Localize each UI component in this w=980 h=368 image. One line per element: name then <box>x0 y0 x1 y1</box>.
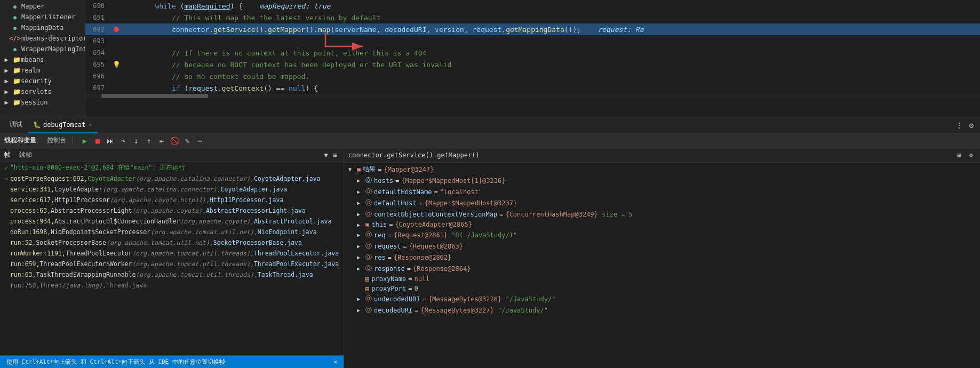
frame-class-italic: (org.apache.tomcat.util.threads), <box>132 250 253 257</box>
settings-vars-button[interactable]: ⚙ <box>966 150 976 160</box>
active-thread-item[interactable]: ✓ "http-nio-8080-exec-2"@2,684 在组"main":… <box>0 162 344 173</box>
frame-tabs: 帧 续帧 <box>4 150 32 159</box>
folder-icon: 📁 <box>13 67 21 74</box>
class-icon: ● <box>11 45 19 53</box>
more-button[interactable]: ⋯ <box>195 135 205 146</box>
filter-icon[interactable]: ▼ <box>324 151 328 159</box>
var-type-icon: ⓪ <box>365 294 372 303</box>
var-type-icon: ⓪ <box>365 253 372 262</box>
tree-item-mapper[interactable]: ● Mapper <box>0 1 85 12</box>
tree-item-xml[interactable]: </> mbeans-descriptors.xml <box>0 33 85 44</box>
vars-header-icons: ⊞ ⚙ <box>954 150 976 160</box>
stack-frame-5[interactable]: doRun:1698, NioEndpoint$SocketProcessor … <box>0 227 344 237</box>
stack-frame-0[interactable]: → postParseRequest:692, CoyoteAdapter (o… <box>0 173 344 184</box>
var-item-this[interactable]: ▶ ▣ this = {CoyoteAdapter@2865} <box>344 220 980 229</box>
arrow-icon <box>4 260 8 268</box>
stack-frame-3[interactable]: process:63, AbstractProcessorLight (org.… <box>0 205 344 216</box>
var-type-icon: ⓪ <box>365 176 372 185</box>
var-item-res[interactable]: ▶ ⓪ res = {Response@2862} <box>344 252 980 263</box>
expand-icon[interactable]: ⊞ <box>333 151 337 159</box>
resume-button[interactable]: ▶ <box>79 135 90 146</box>
tab-debug[interactable]: 调试 <box>4 117 28 133</box>
edit-breakpoints-button[interactable]: ✎ <box>182 135 193 146</box>
stack-frame-1[interactable]: service:341, CoyoteAdapter (org.apache.c… <box>0 184 344 195</box>
horizontal-scrollbar[interactable] <box>85 94 980 98</box>
debug-panel: 调试 🐛 debugTomcat ✕ ⋮ ⚙ 线程和变量 控制台 ▶ ■ ⏭ ↷… <box>0 117 980 368</box>
arrow-right-icon: ▶ <box>2 77 11 85</box>
code-editor[interactable]: 690 while (mapRequired) { mapRequired: t… <box>85 0 980 117</box>
tree-item-wrappermappinginfo[interactable]: ● WrapperMappingInfo <box>0 44 85 54</box>
stack-panel: 帧 续帧 ▼ ⊞ ✓ "http-nio-8080-exec-2"@2,684 … <box>0 148 344 368</box>
stack-frame-9[interactable]: run:63, TaskThread$WrappingRunnable (org… <box>0 269 344 280</box>
code-line-696: 696 // so no context could be mapped. <box>85 70 980 82</box>
var-item-request[interactable]: ▶ ⓪ request = {Request@2863} <box>344 241 980 252</box>
var-item-req[interactable]: ▶ ⓪ req = {Request@2861} "R( /JavaStudy/… <box>344 229 980 241</box>
breakpoint-indicator <box>114 27 119 32</box>
toolbar-separator <box>73 137 73 145</box>
folder-icon: 📁 <box>13 99 21 106</box>
frame-method: doRun:1698, <box>10 228 51 236</box>
tree-item-servlets[interactable]: ▶ 📁 servlets <box>0 86 85 97</box>
expand-vars-button[interactable]: ⊞ <box>954 150 964 160</box>
var-item-contextmap[interactable]: ▶ ⓪ contextObjectToContextVersionMap = {… <box>344 209 980 220</box>
folder-icon: 📁 <box>13 56 21 63</box>
var-type-icon: ⓪ <box>365 187 372 196</box>
frame-class: Http11Processor <box>54 196 110 204</box>
stack-frame-7[interactable]: runWorker:1191, ThreadPoolExecutor (org.… <box>0 248 344 259</box>
stack-frame-2[interactable]: service:617, Http11Processor (org.apache… <box>0 195 344 205</box>
var-item-proxyport[interactable]: ▤ proxyPort = 0 <box>344 284 980 293</box>
step-into-button[interactable]: ↓ <box>131 135 141 146</box>
class-icon: ● <box>11 13 19 21</box>
tab-close-button[interactable]: ✕ <box>89 122 92 127</box>
var-item-response[interactable]: ▶ ⓪ response = {Response@2864} <box>344 263 980 274</box>
var-item-undecoded[interactable]: ▶ ⓪ undecodedURI = {MessageBytes@3226} "… <box>344 293 980 305</box>
frame-file: Thread.java <box>106 282 147 289</box>
var-item-result[interactable]: ▼ ▣ 结果 = {Mapper@3247} <box>344 164 980 175</box>
tree-item-security[interactable]: ▶ 📁 security <box>0 76 85 86</box>
tree-item-session[interactable]: ▶ 📁 session <box>0 97 85 108</box>
force-return-button[interactable]: ⇤ <box>156 135 167 146</box>
frames-tab[interactable]: 帧 <box>4 150 11 159</box>
tree-item-mbeans[interactable]: ▶ 📁 mbeans <box>0 54 85 65</box>
continued-frames-tab[interactable]: 续帧 <box>19 150 32 159</box>
tree-item-realm[interactable]: ▶ 📁 realm <box>0 65 85 76</box>
expand-arrow-icon: ▶ <box>357 254 363 260</box>
run-to-cursor-button[interactable]: ⏭ <box>105 135 116 146</box>
var-type-icon: ▣ <box>365 221 369 228</box>
status-close-button[interactable]: ✕ <box>333 358 337 365</box>
stop-debug-button[interactable]: 🚫 <box>169 135 180 146</box>
arrow-icon <box>4 186 8 193</box>
more-options-button[interactable]: ⋮ <box>953 121 965 130</box>
stack-frame-4[interactable]: process:934, AbstractProtocol$Connection… <box>0 216 344 227</box>
frame-method: run:52, <box>10 239 36 246</box>
var-item-decoded[interactable]: ▶ ⓪ decodedURI = {MessageBytes@3227} "/J… <box>344 305 980 316</box>
expand-arrow-icon <box>357 286 363 292</box>
step-over-button[interactable]: ↷ <box>118 135 129 146</box>
tree-item-mapperlistener[interactable]: ● MapperListener <box>0 12 85 22</box>
arrow-annotation <box>320 28 384 56</box>
var-item-hosts[interactable]: ▶ ⓪ hosts = {Mapper$MappedHost[1]@3236} <box>344 175 980 186</box>
frame-method: service:341, <box>10 186 54 193</box>
frame-file: ThreadPoolExecutor.java <box>254 260 339 268</box>
var-item-proxyname[interactable]: ▤ proxyName = null <box>344 274 980 284</box>
expand-arrow-icon: ▶ <box>357 200 363 206</box>
scrollbar-thumb[interactable] <box>101 94 208 98</box>
var-item-defaulthostname[interactable]: ▶ ⓪ defaultHostName = "localhost" <box>344 186 980 197</box>
tab-debugtomcat[interactable]: 🐛 debugTomcat ✕ <box>28 117 98 133</box>
step-out-button[interactable]: ↑ <box>144 135 154 146</box>
var-item-defaulthost[interactable]: ▶ ⓪ defaultHost = {Mapper$MappedHost@323… <box>344 197 980 209</box>
tree-item-mappingdata[interactable]: ● MappingData <box>0 22 85 33</box>
threads-label: 线程和变量 <box>4 136 36 145</box>
frame-class-italic: (org.apache.tomcat.util.threads), <box>132 260 253 268</box>
frame-class: Thread <box>39 282 62 289</box>
frame-file: CoyoteAdapter.java <box>254 175 321 182</box>
arrow-right-icon: ▶ <box>2 98 11 107</box>
settings-icon[interactable]: ⚙ <box>967 121 976 130</box>
debug-controls: ▶ ■ ⏭ ↷ ↓ ↑ ⇤ 🚫 ✎ ⋯ <box>79 135 205 146</box>
stop-button[interactable]: ■ <box>92 135 103 146</box>
stack-frame-8[interactable]: run:659, ThreadPoolExecutor$Worker (org.… <box>0 259 344 269</box>
stack-frame-10[interactable]: run:750, Thread (java.lang), Thread.java <box>0 280 344 291</box>
stack-list: ✓ "http-nio-8080-exec-2"@2,684 在组"main":… <box>0 162 344 355</box>
stack-frame-6[interactable]: run:52, SocketProcessorBase (org.apache.… <box>0 237 344 248</box>
class-icon: ● <box>11 23 19 32</box>
